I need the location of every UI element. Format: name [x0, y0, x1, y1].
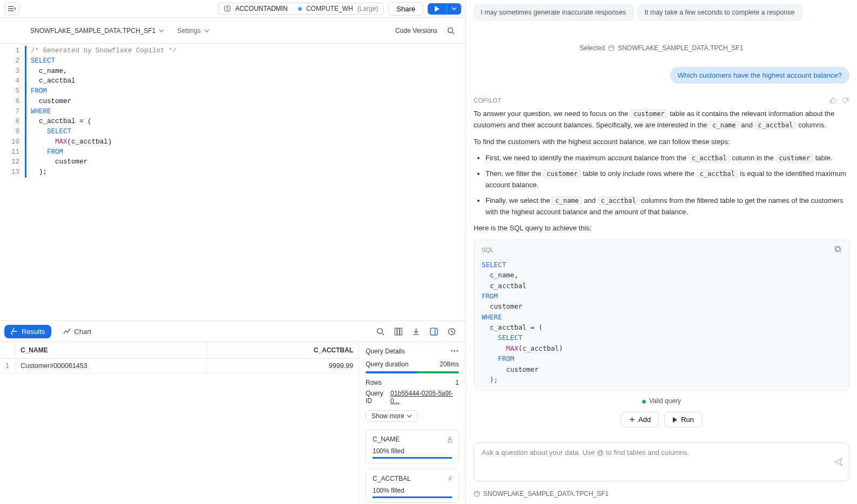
table-header-cname[interactable]: C_NAME: [15, 342, 207, 358]
table-row[interactable]: 1 Customer#000061453 9999.99: [0, 359, 359, 373]
worksheet-title: SNOWFLAKE_SAMPLE_DATA.TPCH_SF1: [30, 27, 156, 35]
sql-editor[interactable]: 12345678910111213 /* Generated by Snowfl…: [0, 44, 465, 321]
sidebar-toggle-icon: [8, 5, 16, 12]
copilot-response: To answer your question, we need to focu…: [466, 106, 857, 437]
send-button[interactable]: [834, 457, 843, 467]
svg-rect-7: [430, 328, 437, 335]
results-toolbar: Results Chart: [0, 321, 465, 342]
col-fill-text: 100% filled: [373, 447, 452, 455]
history-button[interactable]: [448, 328, 456, 336]
tab-results[interactable]: Results: [4, 325, 51, 338]
user-message: Which customers have the highest account…: [670, 67, 849, 84]
columns-icon: [394, 328, 402, 336]
svg-rect-4: [395, 328, 397, 335]
thumbs-down-button[interactable]: [842, 97, 849, 104]
thumbs-up-button[interactable]: [829, 97, 836, 104]
svg-rect-11: [835, 247, 840, 251]
columns-button[interactable]: [394, 328, 402, 336]
svg-point-3: [377, 328, 383, 333]
warehouse-status-icon: [298, 7, 302, 11]
add-sql-button[interactable]: Add: [621, 412, 659, 427]
send-icon: [834, 457, 843, 467]
tab-chart-label: Chart: [74, 328, 91, 336]
warehouse-name: COMPUTE_WH: [306, 5, 353, 12]
results-table: C_NAME C_ACCTBAL 1 Customer#000061453 99…: [0, 342, 359, 504]
worksheet-header: SNOWFLAKE_SAMPLE_DATA.TPCH_SF1 Settings …: [0, 18, 465, 44]
suggestion-chip[interactable]: I may sometimes generate inaccurate resp…: [474, 4, 633, 21]
panel-icon: [430, 328, 438, 336]
duration-label: Query duration: [366, 360, 408, 368]
valid-query-indicator: Valid query: [474, 396, 849, 406]
thumbs-down-icon: [842, 97, 849, 104]
copilot-input[interactable]: Ask a question about your data. Use @ to…: [474, 442, 849, 481]
col-card-title: C_ACCTBAL: [373, 475, 411, 482]
run-dropdown-button[interactable]: [447, 3, 461, 15]
role-warehouse-selector[interactable]: ACCOUNTADMIN · COMPUTE_WH (Large): [218, 3, 384, 15]
run-sql-button[interactable]: Run: [664, 412, 702, 427]
details-more-button[interactable]: •••: [450, 348, 459, 355]
worksheet-context-selector[interactable]: SNOWFLAKE_SAMPLE_DATA.TPCH_SF1: [30, 27, 164, 35]
number-type-icon: #: [448, 475, 452, 482]
thumbs-up-icon: [829, 97, 836, 104]
table-header-cacctbal[interactable]: C_ACCTBAL: [207, 342, 359, 358]
svg-point-9: [609, 45, 614, 47]
panel-toggle-button[interactable]: [430, 328, 438, 336]
run-button[interactable]: [428, 3, 447, 15]
svg-rect-5: [397, 328, 400, 335]
results-area: C_NAME C_ACCTBAL 1 Customer#000061453 99…: [0, 342, 465, 504]
svg-rect-0: [225, 6, 230, 11]
search-button[interactable]: [447, 27, 455, 35]
queryid-label: Query ID: [366, 390, 390, 405]
rows-value: 1: [455, 379, 459, 386]
svg-point-1: [227, 7, 228, 9]
selected-context: Selected SNOWFLAKE_SAMPLE_DATA.TPCH_SF1: [466, 25, 857, 67]
suggestion-chip[interactable]: It may take a few seconds to complete a …: [638, 4, 802, 21]
share-button[interactable]: Share: [388, 2, 423, 16]
fill-bar: [373, 496, 452, 498]
user-message-row: Which customers have the highest account…: [466, 67, 857, 94]
search-icon: [376, 328, 384, 336]
footer-db-name: SNOWFLAKE_SAMPLE_DATA.TPCH_SF1: [483, 490, 609, 498]
svg-rect-6: [400, 328, 402, 335]
copilot-context-footer[interactable]: SNOWFLAKE_SAMPLE_DATA.TPCH_SF1: [466, 487, 857, 504]
svg-point-2: [448, 28, 453, 32]
worksheet-settings-button[interactable]: Settings: [177, 27, 209, 35]
chevron-down-icon: [159, 28, 164, 33]
queryid-value[interactable]: 01b55444-0205-5a9f-0...: [390, 390, 459, 405]
search-icon: [447, 27, 455, 35]
role-label: ACCOUNTADMIN: [235, 5, 287, 12]
copy-sql-button[interactable]: [834, 246, 841, 255]
svg-point-12: [475, 491, 480, 493]
sql-code-block: SQL SELECT c_name, c_acctbal FROM custom…: [474, 240, 849, 391]
results-icon: [11, 328, 18, 335]
show-more-button[interactable]: Show more: [366, 410, 418, 422]
column-card-cname[interactable]: C_NAME A 100% filled: [366, 430, 459, 464]
rows-label: Rows: [366, 379, 382, 386]
code-versions-link[interactable]: Code Versions: [395, 27, 437, 35]
database-icon: [474, 491, 480, 497]
sidebar-toggle-button[interactable]: [4, 2, 19, 15]
sql-code: SELECT c_name, c_acctbal FROM customer W…: [482, 260, 841, 385]
search-results-button[interactable]: [376, 328, 384, 336]
top-bar: ACCOUNTADMIN · COMPUTE_WH (Large) Share: [0, 0, 465, 18]
run-button-group: [428, 3, 461, 15]
svg-rect-10: [836, 248, 841, 252]
chevron-down-icon: [407, 413, 412, 419]
fill-bar: [373, 457, 452, 459]
chevron-down-icon: [451, 6, 457, 11]
editor-code: /* Generated by Snowflake Copilot */SELE…: [25, 46, 177, 178]
tab-chart[interactable]: Chart: [57, 325, 98, 338]
copy-icon: [834, 246, 841, 253]
worksheet-pane: ACCOUNTADMIN · COMPUTE_WH (Large) Share …: [0, 0, 466, 504]
database-icon: [608, 45, 615, 51]
text-type-icon: A: [448, 435, 452, 443]
play-icon: [434, 6, 440, 12]
plus-icon: [629, 417, 635, 423]
download-button[interactable]: [412, 328, 420, 336]
role-icon: [224, 5, 231, 12]
copilot-pane: I may sometimes generate inaccurate resp…: [466, 0, 857, 504]
column-card-cacctbal[interactable]: C_ACCTBAL # 100% filled: [366, 469, 459, 503]
table-index-header: [0, 342, 15, 358]
suggestion-chips: I may sometimes generate inaccurate resp…: [466, 0, 857, 25]
query-details-panel: Query Details ••• Query duration 208ms R…: [359, 342, 465, 504]
